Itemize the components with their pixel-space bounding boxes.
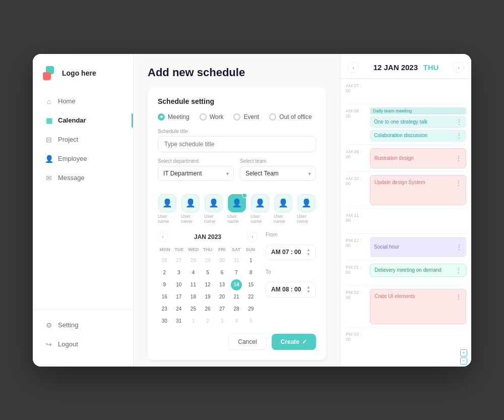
user-item-6[interactable]: 👤 User name [274, 194, 293, 224]
cal-date[interactable]: 25 [187, 304, 199, 315]
event-dots-5[interactable]: ⋮ [456, 244, 462, 251]
user-avatar-6: 👤 [274, 194, 292, 212]
cal-date[interactable]: 21 [231, 291, 242, 303]
cal-date[interactable]: 26 [202, 304, 213, 315]
user-item-5[interactable]: 👤 User name [250, 194, 270, 224]
type-out-of-office[interactable]: Out of office [269, 113, 311, 121]
cal-date[interactable]: 15 [245, 279, 257, 290]
user-item-4[interactable]: 👤 User name [227, 194, 246, 224]
cal-prev-btn[interactable]: ‹ [158, 232, 168, 242]
right-next-btn[interactable]: › [453, 62, 464, 73]
to-time-up[interactable]: ▲ [306, 285, 310, 289]
cal-date-today[interactable]: 14 [231, 279, 242, 290]
cal-date[interactable]: 30 [217, 255, 228, 266]
department-select[interactable]: IT Department [158, 166, 234, 181]
from-time-down[interactable]: ▼ [306, 253, 310, 257]
from-time-up[interactable]: ▲ [306, 248, 310, 252]
cal-date[interactable]: 5 [202, 267, 213, 278]
scroll-plus-btn[interactable]: + [460, 349, 467, 356]
sidebar-item-home[interactable]: ⌂ Home [39, 92, 127, 110]
cal-date[interactable]: 24 [173, 304, 184, 315]
sidebar-item-employee[interactable]: 👤 Employee [39, 150, 127, 168]
cal-date[interactable]: 7 [231, 267, 242, 278]
type-meeting[interactable]: Meeting [158, 113, 190, 121]
cal-date[interactable]: 3 [217, 316, 228, 327]
cal-date[interactable]: 16 [159, 291, 170, 303]
user-item-3[interactable]: 👤 User name [204, 194, 223, 224]
sidebar-item-calendar[interactable]: ▦ Calendar [39, 111, 127, 130]
cal-date[interactable]: 4 [231, 316, 242, 327]
cal-date[interactable]: 6 [217, 267, 228, 278]
cal-date[interactable]: 5 [245, 316, 257, 327]
event-dots-4[interactable]: ⋮ [456, 179, 462, 187]
user-item-7[interactable]: 👤 User name [297, 194, 316, 224]
cal-date[interactable]: 30 [159, 316, 170, 327]
cal-date[interactable]: 10 [173, 279, 184, 290]
cal-date[interactable]: 2 [202, 316, 213, 327]
cal-date[interactable]: 1 [245, 255, 257, 266]
event-dots-7[interactable]: ⋮ [456, 293, 462, 301]
event-daily-team[interactable]: Daily team meeting [370, 107, 466, 114]
event-colaboration[interactable]: Colaboration discussion ⋮ [370, 130, 466, 142]
user-item-2[interactable]: 👤 User name [181, 194, 200, 224]
event-social-hour[interactable]: Social hour ⋮ [370, 237, 466, 257]
create-button[interactable]: Create ✓ [272, 334, 316, 350]
cal-next-btn[interactable]: › [247, 232, 258, 242]
cal-date[interactable]: 9 [159, 279, 170, 290]
cal-date[interactable]: 28 [187, 255, 199, 266]
sidebar-item-message[interactable]: ✉ Message [39, 169, 127, 187]
to-time-down[interactable]: ▼ [306, 290, 310, 294]
cal-date[interactable]: 4 [187, 267, 199, 278]
cal-date[interactable]: 27 [173, 255, 184, 266]
right-date-display: 12 JAN 2023 THU [373, 63, 439, 72]
cal-date[interactable]: 19 [202, 291, 213, 303]
cal-date[interactable]: 31 [231, 255, 242, 266]
scroll-minus-btn[interactable]: − [460, 357, 467, 365]
event-dots-3[interactable]: ⋮ [456, 155, 462, 162]
schedule-title-input[interactable] [158, 136, 316, 152]
cal-date[interactable]: 29 [245, 304, 257, 315]
team-select[interactable]: Select Team [240, 166, 316, 181]
event-dots-6[interactable]: ⋮ [456, 267, 462, 274]
time-slot-1200: PM 12 : 00 Social hour ⋮ [346, 233, 466, 260]
type-event[interactable]: Event [233, 113, 259, 121]
cal-date[interactable]: 26 [159, 255, 170, 266]
cal-date[interactable]: 23 [159, 304, 170, 315]
user-item-1[interactable]: 👤 User name [158, 194, 177, 224]
event-crate-ui[interactable]: Crate UI elements ⋮ [370, 289, 466, 324]
event-one-to-one[interactable]: One to one strategy talk ⋮ [370, 116, 466, 128]
sidebar-item-logout[interactable]: ↪ Logout [39, 335, 127, 353]
cal-date[interactable]: 1 [187, 316, 199, 327]
sidebar-item-setting[interactable]: ⚙ Setting [39, 316, 127, 334]
event-illustration[interactable]: Illustration design ⋮ [370, 148, 466, 168]
cal-date[interactable]: 31 [173, 316, 184, 327]
cal-date[interactable]: 18 [187, 291, 199, 303]
type-meeting-label: Meeting [168, 113, 190, 121]
cal-date[interactable]: 22 [245, 291, 257, 303]
user-avatar-4: 👤 [228, 194, 246, 212]
event-dots-2[interactable]: ⋮ [456, 132, 462, 139]
type-work[interactable]: Work [200, 113, 224, 121]
event-update-design[interactable]: Update design System ⋮ [370, 175, 466, 205]
sidebar-item-label-project: Project [58, 136, 78, 143]
event-update-design-label: Update design System [374, 179, 425, 185]
event-delivery[interactable]: Delievery meeting on demand ⋮ [370, 264, 466, 277]
event-dots[interactable]: ⋮ [456, 118, 462, 126]
sidebar-item-project[interactable]: ⊟ Project [39, 131, 127, 149]
cal-date[interactable]: 28 [231, 304, 242, 315]
user-badge [242, 193, 247, 198]
cal-date[interactable]: 8 [245, 267, 257, 278]
cal-date[interactable]: 17 [173, 291, 184, 303]
cal-date[interactable]: 27 [217, 304, 228, 315]
cal-date[interactable]: 11 [187, 279, 199, 290]
cal-date[interactable]: 3 [173, 267, 184, 278]
cal-date[interactable]: 20 [217, 291, 228, 303]
cal-date[interactable]: 13 [217, 279, 228, 290]
cancel-button[interactable]: Cancel [228, 334, 266, 350]
cal-date[interactable]: 12 [202, 279, 213, 290]
cal-day-thu: THU [201, 247, 215, 252]
right-header: ‹ 12 JAN 2023 THU › [341, 54, 471, 79]
right-prev-btn[interactable]: ‹ [348, 62, 359, 73]
cal-date[interactable]: 2 [159, 267, 170, 278]
cal-date[interactable]: 29 [202, 255, 213, 266]
